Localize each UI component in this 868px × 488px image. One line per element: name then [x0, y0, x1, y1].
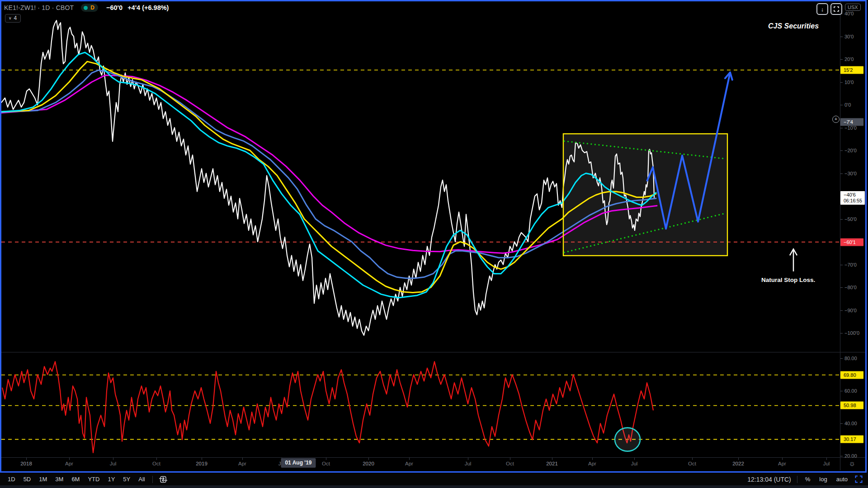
maximize-pane-button[interactable] [830, 3, 842, 15]
price-tick-label: 30'0 [844, 34, 854, 39]
panel-separator[interactable] [1, 352, 865, 352]
range-button-ytd[interactable]: YTD [84, 476, 104, 483]
price-tick-mark [840, 37, 843, 37]
percent-scale-button[interactable]: % [801, 476, 815, 483]
price-tick-label: 60.00 [844, 388, 857, 394]
price-readout: −60'0 +4'4 (+6.98%) [106, 4, 172, 11]
add-alert-plus-icon[interactable]: + [832, 116, 840, 123]
price-axis[interactable]: 40'030'020'010'00'0−10'0−20'0−30'0−50'0−… [840, 1, 865, 457]
price-tick-label: 20.00 [844, 453, 857, 459]
price-tick-label: −80'0 [844, 285, 857, 290]
time-tick-mark [113, 458, 113, 460]
series-ma-slow [1, 70, 656, 278]
time-tick-mark [326, 458, 326, 460]
price-tick-label: −30'0 [844, 171, 857, 176]
maximize-icon [834, 6, 839, 12]
date-range-buttons: 1D5D1M3M6MYTD1Y5YAll [0, 476, 149, 483]
chart-canvas[interactable] [1, 1, 840, 471]
price-tick-label: −50'0 [844, 216, 857, 222]
time-axis[interactable]: 01 Aug '19 2018AprJulOct2019AprJulOct202… [1, 458, 840, 470]
go-to-date-icon [159, 475, 168, 484]
symbol-title[interactable]: KE1!-ZW1! · 1D · CBOT [4, 4, 74, 11]
bottom-toolbar: 1D5D1M3M6MYTD1Y5YAll 12:13:04 (UTC) % lo… [0, 473, 868, 485]
price-tick-label: −90'0 [844, 308, 857, 313]
drawing-ellipse[interactable] [615, 428, 640, 451]
price-tick-mark [840, 59, 843, 60]
range-button-6m[interactable]: 6M [67, 476, 84, 483]
chart-legend: KE1!-ZW1! · 1D · CBOT D −60'0 +4'4 (+6.9… [4, 4, 172, 12]
range-button-all[interactable]: All [134, 476, 149, 483]
time-tick-label: 2021 [546, 461, 558, 466]
fullscreen-button[interactable] [855, 475, 863, 483]
time-tick-label: 2022 [732, 461, 744, 466]
price-tick-mark [840, 105, 843, 105]
time-tick-label: Apr [65, 461, 73, 466]
date-badge: 01 Aug '19 [281, 458, 316, 468]
log-scale-button[interactable]: log [815, 476, 831, 483]
toolbar-divider [152, 476, 153, 483]
price-badge-6980: 69.80 [840, 371, 863, 379]
move-pane-down-button[interactable]: ↓ [816, 3, 828, 15]
time-tick-label: Oct [322, 461, 330, 466]
toolbar-right-group: 12:13:04 (UTC) % log auto [747, 475, 868, 483]
interval-letter: D [90, 5, 94, 11]
bottom-strip [0, 485, 868, 488]
price-tick-label: 20'0 [844, 56, 854, 62]
arrow-down-icon: ↓ [821, 6, 824, 13]
series-ma-slowest [1, 75, 657, 253]
range-button-3m[interactable]: 3M [51, 476, 67, 483]
price-tick-label: 0'0 [844, 102, 851, 108]
price-tick-mark [840, 333, 843, 333]
chevron-down-icon: ∨ [9, 16, 12, 20]
range-button-5y[interactable]: 5Y [119, 476, 134, 483]
series-ma-medium [1, 61, 656, 292]
countdown-timer: 06:16:55 [844, 198, 862, 204]
range-button-1m[interactable]: 1M [35, 476, 51, 483]
time-tick-label: Jul [465, 461, 472, 466]
price-tick-mark [840, 358, 843, 359]
pane-controls: ↓ [816, 3, 842, 15]
time-tick-label: Jul [823, 461, 830, 466]
auto-scale-button[interactable]: auto [832, 476, 852, 483]
time-tick-label: Apr [238, 461, 246, 466]
time-tick-label: Oct [152, 461, 160, 466]
time-tick-mark [202, 458, 202, 460]
time-tick-label: 2020 [363, 461, 374, 466]
price-tick-label: −100'0 [844, 330, 859, 336]
price-badge-601: −60'1 [840, 239, 863, 246]
time-tick-mark [242, 458, 243, 460]
time-tick-label: 2018 [20, 461, 32, 466]
time-tick-mark [69, 458, 70, 460]
series-KE1-ZW1-spread [1, 20, 654, 335]
watermark-label: CJS Securities [768, 22, 819, 30]
interval-toggle-pill[interactable]: D [81, 4, 98, 12]
time-tick-label: Apr [405, 461, 413, 466]
axis-unit-button[interactable]: USX [845, 4, 861, 11]
toolbar-divider [797, 476, 797, 483]
indicators-collapse-button[interactable]: ∨ 4 [5, 14, 21, 23]
time-tick-mark [782, 458, 783, 460]
time-tick-mark [510, 458, 510, 460]
range-button-1y[interactable]: 1Y [104, 476, 119, 483]
price-badge-406: −40'606:16:55 [840, 191, 865, 205]
time-tick-mark [156, 458, 157, 460]
axis-settings-gear-icon[interactable]: ☼ [849, 459, 856, 468]
price-tick-mark [840, 174, 843, 174]
time-tick-mark [692, 458, 693, 460]
price-tick-mark [840, 287, 843, 288]
range-button-1d[interactable]: 1D [4, 476, 19, 483]
last-price: −60'0 [106, 4, 123, 11]
price-tick-mark [840, 82, 843, 83]
go-to-date-button[interactable] [156, 474, 170, 485]
status-dot-icon [84, 6, 88, 10]
chart-pane[interactable]: KE1!-ZW1! · 1D · CBOT D −60'0 +4'4 (+6.9… [0, 0, 867, 473]
time-tick-label: Jul [631, 461, 638, 466]
price-tick-label: 10'0 [844, 80, 854, 85]
range-button-5d[interactable]: 5D [19, 476, 35, 483]
price-tick-label: −20'0 [844, 148, 857, 153]
price-tick-mark [840, 423, 843, 424]
time-tick-mark [634, 458, 635, 460]
stop-loss-annotation[interactable]: Natural Stop Loss. [761, 277, 815, 283]
fullscreen-icon [855, 475, 863, 483]
clock[interactable]: 12:13:04 (UTC) [747, 476, 791, 483]
